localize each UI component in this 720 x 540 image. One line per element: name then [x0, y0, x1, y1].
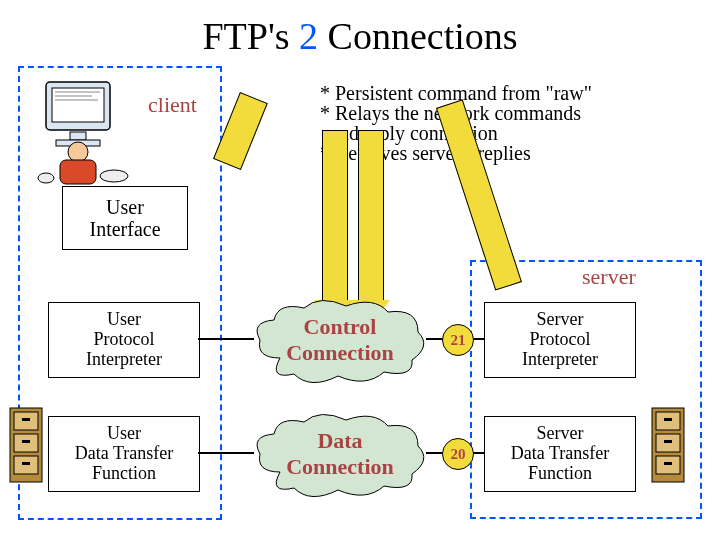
line-udtf-data — [198, 452, 254, 454]
svg-rect-15 — [22, 440, 30, 443]
svg-rect-2 — [70, 132, 86, 140]
title-suffix: Connections — [318, 15, 517, 57]
svg-rect-17 — [22, 462, 30, 465]
server-data-transfer-box: Server Data Transfer Function — [484, 416, 636, 492]
port-20: 20 — [442, 438, 474, 470]
user-data-transfer-box: User Data Transfer Function — [48, 416, 200, 492]
user-interface-box: User Interface — [62, 186, 188, 250]
svg-rect-20 — [664, 418, 672, 421]
client-computer-illustration — [20, 78, 150, 188]
client-label: client — [148, 92, 197, 118]
page-title: FTP's 2 Connections — [0, 14, 720, 58]
svg-rect-1 — [52, 88, 104, 122]
port-21: 21 — [442, 324, 474, 356]
svg-point-7 — [38, 173, 54, 183]
port-20-text: 20 — [451, 446, 466, 463]
title-two: 2 — [299, 15, 318, 57]
control-connection-label: Control Connection — [256, 314, 424, 366]
svg-rect-22 — [664, 440, 672, 443]
line-upi-control — [198, 338, 254, 340]
user-protocol-interpreter-box: User Protocol Interpreter — [48, 302, 200, 378]
svg-rect-13 — [22, 418, 30, 421]
server-dtf-text: Server Data Transfer Function — [511, 424, 609, 483]
server-protocol-interpreter-box: Server Protocol Interpreter — [484, 302, 636, 378]
svg-point-4 — [68, 142, 88, 162]
bullet-line-4: * Receives server's replies — [320, 142, 531, 164]
server-pi-text: Server Protocol Interpreter — [522, 310, 598, 369]
port-21-text: 21 — [451, 332, 466, 349]
data-connection-label: Data Connection — [256, 428, 424, 480]
user-pi-text: User Protocol Interpreter — [86, 310, 162, 369]
title-prefix: FTP's — [202, 15, 299, 57]
user-interface-text: User Interface — [89, 196, 160, 240]
client-file-cabinet-icon — [6, 406, 50, 488]
server-file-cabinet-icon — [648, 406, 692, 488]
user-dtf-text: User Data Transfer Function — [75, 424, 173, 483]
svg-point-6 — [100, 170, 128, 182]
svg-rect-24 — [664, 462, 672, 465]
svg-rect-5 — [60, 160, 96, 184]
server-label: server — [582, 264, 636, 290]
